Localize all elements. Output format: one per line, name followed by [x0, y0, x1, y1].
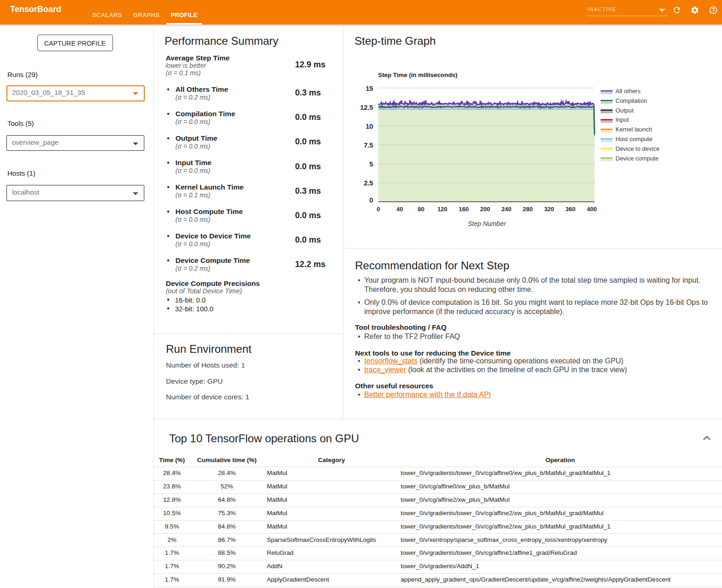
- svg-text:7.5: 7.5: [364, 141, 373, 149]
- svg-text:Device to device: Device to device: [615, 145, 659, 152]
- svg-text:All others: All others: [615, 88, 641, 95]
- svg-text:320: 320: [544, 206, 554, 213]
- svg-text:Input: Input: [615, 116, 629, 123]
- svg-text:160: 160: [459, 206, 469, 213]
- svg-text:Host compute: Host compute: [615, 136, 652, 143]
- svg-text:360: 360: [565, 206, 575, 213]
- svg-text:10: 10: [366, 122, 373, 130]
- svg-text:240: 240: [502, 206, 512, 213]
- svg-text:280: 280: [523, 206, 533, 213]
- svg-text:40: 40: [397, 206, 403, 213]
- svg-text:80: 80: [418, 206, 424, 213]
- svg-text:Step Time (in milliseconds): Step Time (in milliseconds): [378, 71, 457, 78]
- svg-text:Kernel launch: Kernel launch: [615, 126, 652, 133]
- svg-text:120: 120: [438, 206, 448, 213]
- svg-text:5: 5: [369, 160, 373, 168]
- svg-text:400: 400: [587, 206, 597, 213]
- svg-text:200: 200: [480, 206, 490, 213]
- svg-text:2.5: 2.5: [364, 179, 373, 187]
- svg-text:Step Number: Step Number: [468, 220, 507, 227]
- svg-text:0: 0: [377, 206, 380, 213]
- svg-text:Compilation: Compilation: [615, 97, 647, 104]
- svg-text:Output: Output: [615, 107, 633, 114]
- svg-text:0: 0: [369, 196, 373, 204]
- svg-text:Device compute: Device compute: [615, 155, 658, 162]
- svg-text:12.5: 12.5: [360, 103, 373, 111]
- svg-text:15: 15: [366, 84, 373, 92]
